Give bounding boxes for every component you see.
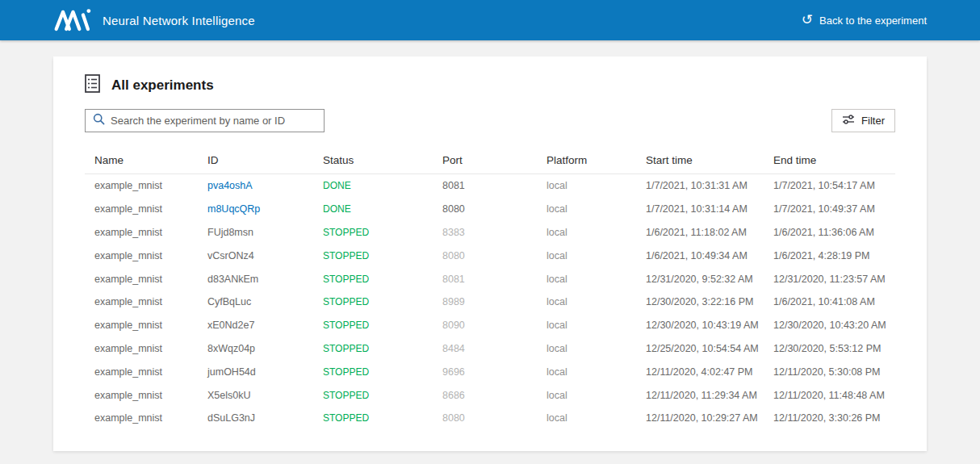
cell-experiment-name: example_mnist bbox=[85, 250, 198, 261]
table-row: example_mnist m8UqcQRp DONE 8080 local 1… bbox=[85, 198, 895, 221]
cell-start-time: 1/6/2021, 11:18:02 AM bbox=[636, 227, 764, 238]
cell-platform: local bbox=[537, 390, 636, 401]
page-title: All experiments bbox=[111, 77, 214, 94]
cell-experiment-id: FUjd8msn bbox=[198, 227, 313, 238]
cell-experiment-id: X5els0kU bbox=[198, 390, 313, 401]
brand: Neural Network Intelligence bbox=[53, 8, 255, 32]
controls-row: Filter bbox=[85, 109, 895, 132]
cell-port: 8090 bbox=[433, 320, 537, 331]
cell-status: STOPPED bbox=[313, 412, 433, 424]
filter-button-label: Filter bbox=[861, 115, 885, 127]
cell-platform: local bbox=[537, 203, 636, 215]
cell-status: STOPPED bbox=[313, 390, 433, 401]
cell-experiment-id: CyfBqLuc bbox=[198, 296, 313, 307]
back-to-experiment-link[interactable]: ↺ Back to the experiment bbox=[802, 14, 927, 27]
cell-end-time: 12/11/2020, 11:48:48 AM bbox=[764, 390, 895, 401]
table-header-row: Name ID Status Port Platform Start time … bbox=[85, 147, 895, 174]
cell-platform: local bbox=[537, 343, 636, 354]
cell-port: 8080 bbox=[433, 250, 537, 261]
cell-experiment-name: example_mnist bbox=[85, 180, 198, 191]
column-header-end-time[interactable]: End time bbox=[764, 154, 895, 166]
app-title: Neural Network Intelligence bbox=[103, 14, 255, 27]
cell-experiment-id: vCsrONz4 bbox=[198, 250, 313, 261]
search-box[interactable] bbox=[85, 109, 325, 132]
cell-status: STOPPED bbox=[313, 343, 433, 354]
cell-experiment-name: example_mnist bbox=[85, 296, 198, 307]
cell-platform: local bbox=[537, 296, 636, 307]
cell-end-time: 1/6/2021, 10:41:08 AM bbox=[764, 296, 895, 307]
cell-port: 8686 bbox=[433, 390, 537, 401]
experiments-table: Name ID Status Port Platform Start time … bbox=[85, 147, 895, 430]
cell-port: 9696 bbox=[433, 366, 537, 378]
column-header-name[interactable]: Name bbox=[85, 154, 198, 166]
cell-start-time: 1/6/2021, 10:49:34 AM bbox=[636, 250, 764, 261]
cell-status: STOPPED bbox=[313, 274, 433, 285]
cell-experiment-name: example_mnist bbox=[85, 274, 198, 285]
cell-end-time: 12/31/2020, 11:23:57 AM bbox=[764, 274, 895, 285]
cell-start-time: 12/25/2020, 10:54:54 AM bbox=[636, 343, 764, 354]
return-arrow-icon: ↺ bbox=[802, 13, 813, 27]
cell-start-time: 12/30/2020, 10:43:19 AM bbox=[636, 320, 764, 331]
table-row: example_mnist d83ANkEm STOPPED 8081 loca… bbox=[85, 267, 895, 291]
cell-port: 8080 bbox=[433, 412, 537, 424]
cell-platform: local bbox=[537, 180, 636, 191]
top-bar: Neural Network Intelligence ↺ Back to th… bbox=[0, 0, 980, 40]
column-header-start-time[interactable]: Start time bbox=[636, 154, 764, 166]
column-header-port[interactable]: Port bbox=[433, 154, 537, 166]
cell-end-time: 1/7/2021, 10:54:17 AM bbox=[764, 180, 895, 191]
cell-experiment-name: example_mnist bbox=[85, 203, 198, 215]
table-row: example_mnist FUjd8msn STOPPED 8383 loca… bbox=[85, 221, 895, 245]
cell-platform: local bbox=[537, 320, 636, 331]
cell-start-time: 12/11/2020, 11:29:34 AM bbox=[636, 390, 764, 401]
cell-end-time: 12/30/2020, 10:43:20 AM bbox=[764, 320, 895, 331]
cell-experiment-id[interactable]: m8UqcQRp bbox=[198, 203, 313, 215]
cell-status: STOPPED bbox=[313, 227, 433, 238]
cell-platform: local bbox=[537, 250, 636, 261]
experiments-panel: All experiments Filter bbox=[53, 56, 927, 451]
table-row: example_mnist CyfBqLuc STOPPED 8989 loca… bbox=[85, 291, 895, 314]
back-to-experiment-label: Back to the experiment bbox=[819, 15, 927, 27]
cell-end-time: 12/11/2020, 5:30:08 PM bbox=[764, 366, 895, 378]
cell-status: STOPPED bbox=[313, 250, 433, 261]
cell-start-time: 12/30/2020, 3:22:16 PM bbox=[636, 296, 764, 307]
cell-experiment-id: d83ANkEm bbox=[198, 274, 313, 285]
column-header-status[interactable]: Status bbox=[313, 154, 433, 166]
table-row: example_mnist 8xWqz04p STOPPED 8484 loca… bbox=[85, 337, 895, 361]
nni-logo-icon bbox=[53, 8, 92, 32]
cell-status: DONE bbox=[313, 180, 433, 191]
panel-title-row: All experiments bbox=[85, 74, 895, 96]
cell-start-time: 12/11/2020, 4:02:47 PM bbox=[636, 366, 764, 378]
cell-start-time: 1/7/2021, 10:31:31 AM bbox=[636, 180, 764, 191]
table-row: example_mnist X5els0kU STOPPED 8686 loca… bbox=[85, 383, 895, 407]
cell-status: STOPPED bbox=[313, 366, 433, 378]
cell-experiment-id: xE0Nd2e7 bbox=[198, 320, 313, 331]
cell-status: DONE bbox=[313, 203, 433, 215]
cell-experiment-id[interactable]: pva4oshA bbox=[198, 180, 313, 191]
cell-experiment-name: example_mnist bbox=[85, 343, 198, 354]
filter-button[interactable]: Filter bbox=[831, 109, 895, 132]
cell-platform: local bbox=[537, 366, 636, 378]
cell-experiment-id: 8xWqz04p bbox=[198, 343, 313, 354]
table-row: example_mnist xE0Nd2e7 STOPPED 8090 loca… bbox=[85, 314, 895, 337]
table-row: example_mnist vCsrONz4 STOPPED 8080 loca… bbox=[85, 244, 895, 267]
cell-experiment-id: jumOH54d bbox=[198, 366, 313, 378]
search-icon bbox=[93, 113, 105, 128]
cell-status: STOPPED bbox=[313, 320, 433, 331]
cell-end-time: 12/30/2020, 5:53:12 PM bbox=[764, 343, 895, 354]
cell-start-time: 12/11/2020, 10:29:27 AM bbox=[636, 412, 764, 424]
search-input[interactable] bbox=[111, 115, 317, 127]
cell-experiment-name: example_mnist bbox=[85, 390, 198, 401]
cell-end-time: 12/11/2020, 3:30:26 PM bbox=[764, 412, 895, 424]
cell-end-time: 1/6/2021, 11:36:06 AM bbox=[764, 227, 895, 238]
cell-end-time: 1/6/2021, 4:28:19 PM bbox=[764, 250, 895, 261]
cell-status: STOPPED bbox=[313, 296, 433, 307]
cell-experiment-id: dSuLG3nJ bbox=[198, 412, 313, 424]
cell-port: 8081 bbox=[433, 180, 537, 191]
table-row: example_mnist dSuLG3nJ STOPPED 8080 loca… bbox=[85, 407, 895, 430]
table-body: example_mnist pva4oshA DONE 8081 local 1… bbox=[85, 174, 895, 430]
cell-experiment-name: example_mnist bbox=[85, 366, 198, 378]
cell-port: 8081 bbox=[433, 274, 537, 285]
column-header-id[interactable]: ID bbox=[198, 154, 313, 166]
table-row: example_mnist jumOH54d STOPPED 9696 loca… bbox=[85, 360, 895, 383]
column-header-platform[interactable]: Platform bbox=[537, 154, 636, 166]
